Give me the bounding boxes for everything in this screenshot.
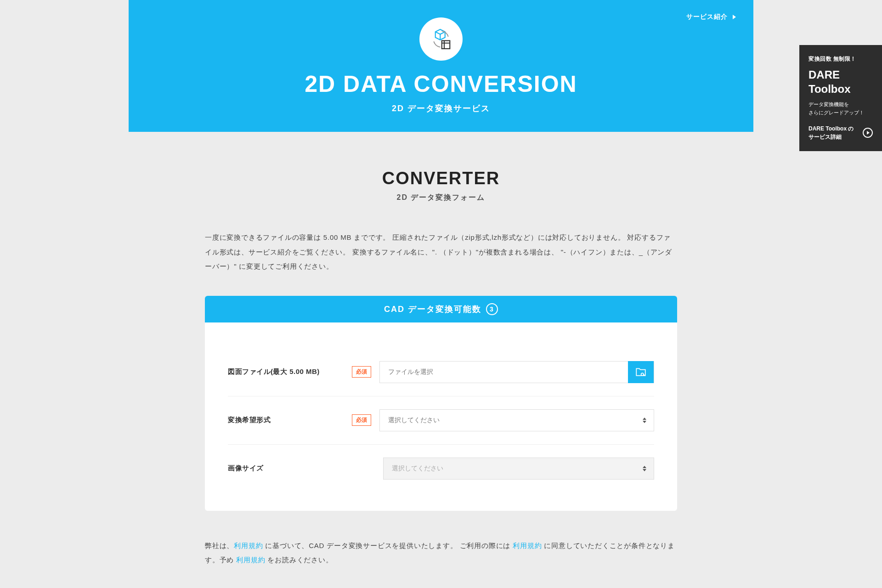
hero-title: 2D DATA CONVERSION	[129, 71, 753, 97]
promo-title: DARE Toolbox	[808, 68, 873, 96]
format-placeholder: 選択してください	[388, 416, 440, 424]
form-header-label: CAD データ変換可能数	[384, 304, 481, 315]
size-placeholder: 選択してください	[392, 464, 443, 473]
form-row-format: 変換希望形式 必須 選択してください	[228, 396, 654, 445]
promo-description: データ変換機能を さらにグレードアップ！	[808, 101, 873, 117]
format-label: 変換希望形式	[228, 416, 352, 424]
file-placeholder: ファイルを選択	[380, 368, 628, 376]
promo-tag: 変換回数 無制限！	[808, 55, 873, 63]
hero-subtitle: 2D データ変換サービス	[129, 103, 753, 114]
terms-link[interactable]: 利用規約	[236, 556, 265, 564]
chevron-right-icon	[733, 15, 736, 19]
file-input[interactable]: ファイルを選択	[379, 361, 654, 383]
folder-search-icon	[635, 366, 647, 378]
file-label: 図面ファイル(最大 5.00 MB)	[228, 368, 352, 376]
select-arrows-icon	[643, 466, 646, 471]
description-text: 一度に変換できるファイルの容量は 5.00 MB までです。 圧縮されたファイル…	[205, 230, 677, 274]
form-row-file: 図面ファイル(最大 5.00 MB) 必須 ファイルを選択	[228, 348, 654, 396]
file-browse-button[interactable]	[628, 361, 654, 383]
converter-form: CAD データ変換可能数 3 図面ファイル(最大 5.00 MB) 必須 ファイ…	[205, 296, 677, 511]
size-select[interactable]: 選択してください	[383, 458, 654, 480]
hero-banner: サービス紹介 2D DATA CONVERSION 2D データ変換サービス	[129, 0, 753, 132]
conversion-icon	[419, 17, 463, 61]
required-badge: 必須	[352, 366, 371, 378]
terms-link[interactable]: 利用規約	[513, 542, 542, 549]
form-header: CAD データ変換可能数 3	[205, 296, 677, 322]
required-badge: 必須	[352, 414, 371, 426]
terms-link[interactable]: 利用規約	[234, 542, 263, 549]
promo-sidebar[interactable]: 変換回数 無制限！ DARE Toolbox データ変換機能を さらにグレードア…	[799, 45, 882, 151]
nav-link-label: サービス紹介	[686, 13, 728, 20]
section-title: CONVERTER	[129, 169, 753, 188]
nav-service-intro[interactable]: サービス紹介	[686, 13, 736, 21]
format-select[interactable]: 選択してください	[379, 409, 654, 431]
terms-text: 弊社は、利用規約 に基づいて、CAD データ変換サービスを提供いたします。 ご利…	[205, 538, 677, 567]
svg-rect-0	[442, 41, 450, 49]
play-icon	[863, 128, 873, 138]
select-arrows-icon	[643, 418, 646, 423]
form-row-size: 画像サイズ 選択してください	[228, 445, 654, 492]
size-label: 画像サイズ	[228, 464, 352, 473]
promo-link[interactable]: DARE Toolbox の サービス詳細	[808, 124, 873, 141]
conversion-count-badge: 3	[486, 303, 498, 315]
section-subtitle: 2D データ変換フォーム	[129, 193, 753, 203]
